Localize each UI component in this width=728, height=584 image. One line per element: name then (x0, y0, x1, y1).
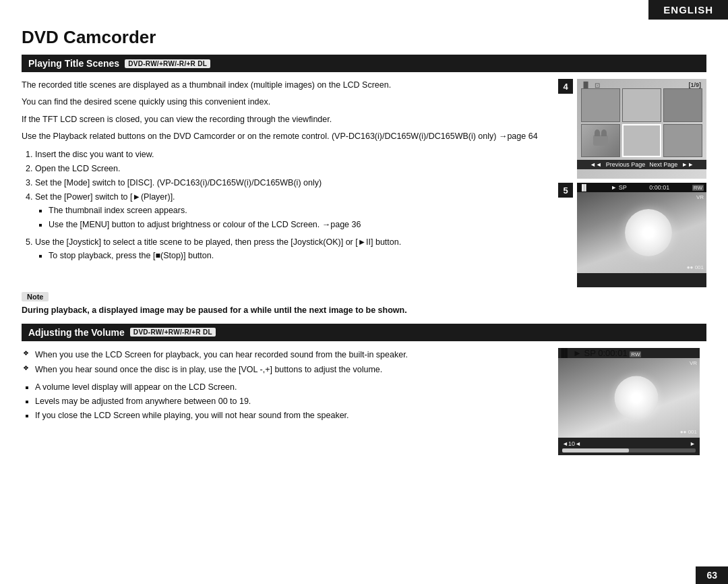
vol-sub3: If you close the LCD Screen while playin… (35, 409, 551, 422)
section2-title: Adjusting the Volume (28, 327, 125, 338)
page-number: 63 (696, 566, 728, 584)
volume-screen: ▐▌ ► SP 0:00:01 RW VR ●● 001 ◄10 (558, 348, 700, 452)
step2: Open the LCD Screen. (35, 162, 551, 175)
section1-content-row: The recorded title scenes are displayed … (22, 79, 706, 287)
vol-bullet1: When you use the LCD Screen for playback… (35, 348, 551, 361)
vol-rw-badge: RW (630, 351, 641, 357)
play-mode: ► SP (611, 184, 626, 191)
step5: Use the [Joystick] to select a title sce… (35, 235, 551, 262)
page-title: DVD Camcorder (22, 27, 706, 48)
player-status-bar: ▐▌ ► SP 0:00:01 RW (577, 183, 706, 192)
section-playing-title: Playing Title Scenes DVD-RW/+RW/-R/+R DL… (22, 55, 706, 317)
vol-play-mode: ► SP (573, 348, 596, 358)
prev-page-label: Previous Page (606, 161, 646, 168)
section2-text: When you use the LCD Screen for playback… (22, 348, 551, 452)
player-video-area: VR ●● 001 (577, 192, 706, 273)
step5-badge: 5 (558, 183, 573, 198)
step5-bullets: To stop playback, press the [■(Stop)] bu… (35, 249, 551, 262)
vol-status-bar: ▐▌ ► SP 0:00:01 RW (558, 348, 700, 358)
thumb-6 (663, 124, 702, 158)
section1-title: Playing Title Scenes (28, 58, 119, 69)
vol-sub1: A volume level display will appear on th… (35, 380, 551, 394)
section1-para3: If the TFT LCD screen is closed, you can… (22, 113, 551, 126)
thumb-page-num: [1/9] (688, 82, 701, 88)
thumb-index-screen: [1/9] ▐▌ ⊡ (577, 79, 706, 179)
section1-images: 4 [1/9] ▐▌ ⊡ (558, 79, 706, 287)
vr-label: VR (696, 194, 704, 200)
section1-para4: Use the Playback related buttons on the … (22, 130, 551, 143)
english-badge: ENGLISH (648, 0, 728, 20)
vol-left-icon: ◄10◄ (562, 440, 581, 447)
note-section: Note During playback, a displayed image … (22, 291, 706, 317)
thumb-2 (622, 88, 661, 122)
step5-bullet1: To stop playback, press the [■(Stop)] bu… (49, 249, 551, 262)
section1-para1: The recorded title scenes are displayed … (22, 79, 551, 92)
section2-main-bullets: When you use the LCD Screen for playback… (22, 348, 551, 376)
next-page-label: Next Page (649, 161, 677, 168)
note-label: Note (22, 292, 49, 301)
thumbnail-grid (577, 79, 706, 160)
section2-dvd-badge: DVD-RW/+RW/-R/+R DL (130, 328, 216, 337)
thumb-1 (581, 88, 620, 122)
section-volume: Adjusting the Volume DVD-RW/+RW/-R/+R DL… (22, 324, 706, 452)
step3: Set the [Mode] switch to [DISC]. (VP-DC1… (35, 176, 551, 189)
thumb-3 (663, 88, 702, 122)
main-content: DVD Camcorder Playing Title Scenes DVD-R… (0, 0, 728, 469)
step4-bullets: The thumbnail index screen appears. Use … (35, 204, 551, 231)
vol-time: 0:00:01 (598, 348, 627, 358)
note-text: During playback, a displayed image may b… (22, 304, 706, 317)
battery-status: ▐▌ (580, 184, 588, 191)
vol-video-area: VR ●● 001 (558, 358, 700, 438)
section1-steps: Insert the disc you want to view. Open t… (22, 148, 551, 262)
step4-badge: 4 (558, 79, 573, 94)
player-screen: ▐▌ ► SP 0:00:01 RW VR ●● 001 (577, 183, 706, 287)
thumb-5 (622, 124, 661, 158)
vol-bullet2: When you hear sound once the disc is in … (35, 363, 551, 376)
section2-image: ▐▌ ► SP 0:00:01 RW VR ●● 001 ◄10 (558, 348, 706, 452)
thumb-nav-bar: ◄◄ Previous Page Next Page ►► (577, 160, 706, 169)
step4: Set the [Power] switch to [►(Player)]. T… (35, 190, 551, 231)
step4-bullet1: The thumbnail index screen appears. (49, 204, 551, 217)
count-label: ●● 001 (687, 264, 704, 270)
vol-sub2: Levels may be adjusted from anywhere bet… (35, 395, 551, 408)
step1: Insert the disc you want to view. (35, 148, 551, 161)
vol-vr-label: VR (690, 360, 697, 366)
section2-sub-bullets: A volume level display will appear on th… (22, 380, 551, 422)
step4-bullet2: Use the [MENU] button to adjust brightne… (49, 218, 551, 231)
section2-header: Adjusting the Volume DVD-RW/+RW/-R/+R DL (22, 324, 706, 341)
next-page-icon: ►► (681, 161, 694, 168)
vol-bar-area: ◄10◄ ► (558, 438, 700, 455)
section1-text: The recorded title scenes are displayed … (22, 79, 551, 287)
vol-count-label: ●● 001 (680, 429, 697, 435)
vol-battery: ▐▌ (558, 348, 570, 358)
section1-header: Playing Title Scenes DVD-RW/+RW/-R/+R DL (22, 55, 706, 72)
section1-dvd-badge: DVD-RW/+RW/-R/+R DL (125, 59, 210, 68)
rw-badge: RW (692, 185, 704, 191)
prev-page-icon: ◄◄ (590, 161, 602, 168)
section1-para2: You can find the desired scene quickly u… (22, 96, 551, 109)
vol-right-icon: ► (690, 440, 696, 447)
time-display: 0:00:01 (649, 184, 669, 191)
thumb-4-dog (581, 124, 620, 158)
section2-content-row: When you use the LCD Screen for playback… (22, 348, 706, 452)
